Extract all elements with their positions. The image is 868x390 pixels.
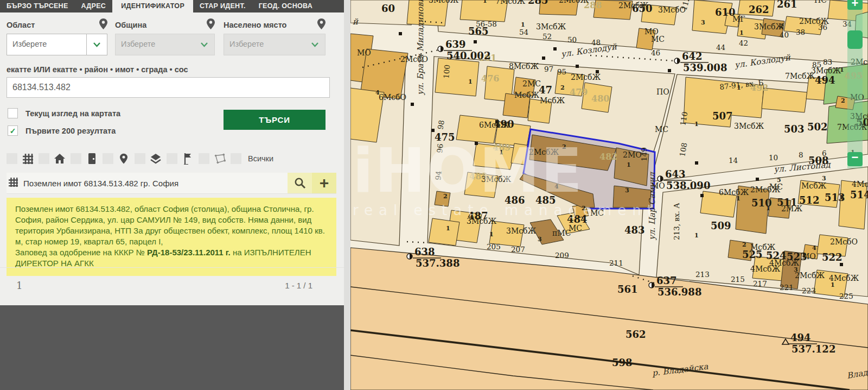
search-button[interactable]: ТЪРСИ <box>224 110 326 130</box>
svg-text:50: 50 <box>567 35 577 44</box>
naseleno-select-value: Изберете <box>224 34 305 55</box>
pin-icon <box>317 18 326 29</box>
zoom-in-button[interactable]: + <box>847 0 863 10</box>
svg-text:537.388: 537.388 <box>416 257 459 269</box>
svg-text:МО: МО <box>802 252 816 261</box>
svg-text:60: 60 <box>381 3 395 14</box>
svg-text:215: 215 <box>731 275 745 284</box>
zoom-slider-handle[interactable] <box>847 30 863 49</box>
svg-text:494: 494 <box>815 74 835 86</box>
zoom-out-button[interactable]: − <box>847 152 863 166</box>
result-row[interactable]: Поземлен имот 68134.513.482 гр. София + <box>7 173 336 194</box>
svg-text:1: 1 <box>483 0 487 4</box>
svg-text:2: 2 <box>742 241 746 248</box>
svg-text:211: 211 <box>609 259 623 267</box>
svg-text:639: 639 <box>445 39 466 50</box>
identifier-input[interactable] <box>7 77 330 98</box>
svg-text:42: 42 <box>739 39 748 47</box>
layer-checkbox[interactable] <box>7 153 17 164</box>
oblast-select[interactable]: Изберете <box>7 34 107 55</box>
zoom-slider-track[interactable] <box>847 0 863 168</box>
svg-text:МС: МС <box>655 125 668 134</box>
tab-identifier[interactable]: ИДЕНТИФИКАТОР <box>112 0 193 12</box>
svg-text:4: 4 <box>812 244 816 251</box>
svg-text:502: 502 <box>807 121 828 133</box>
svg-text:2МС: 2МС <box>522 79 541 88</box>
house-icon[interactable] <box>54 153 66 165</box>
svg-text:1: 1 <box>766 205 770 212</box>
obshtina-label: Община <box>115 21 146 29</box>
grid-icon[interactable] <box>22 153 34 165</box>
sidebar-scrollbar[interactable] <box>344 0 350 390</box>
current-view-checkbox[interactable] <box>8 108 18 118</box>
search-sidebar: БЪРЗО ТЪРСЕНЕ АДРЕС ИДЕНТИФИКАТОР СТАР И… <box>0 0 344 390</box>
result-add-button[interactable]: + <box>312 173 336 193</box>
svg-text:МО: МО <box>357 48 371 57</box>
svg-text:638: 638 <box>414 246 435 257</box>
svg-text:514: 514 <box>850 189 868 200</box>
current-view-label: Текущ изглед на картата <box>25 109 120 118</box>
layer-checkbox[interactable] <box>135 153 145 164</box>
layer-checkbox[interactable] <box>231 153 241 164</box>
obshtina-select[interactable]: Изберете <box>115 34 215 55</box>
tab-old-ident[interactable]: СТАР ИДЕНТ. <box>193 0 252 12</box>
svg-text:7МсбЖ: 7МсбЖ <box>495 0 526 5</box>
svg-text:97: 97 <box>544 65 553 73</box>
chevron-down-icon <box>311 42 318 47</box>
svg-text:537.122: 537.122 <box>792 343 835 355</box>
first200-checkbox[interactable]: ✓ <box>8 125 18 136</box>
result-range: 1 - 1 / 1 <box>285 281 312 290</box>
layers-icon[interactable] <box>150 153 162 165</box>
svg-text:3: 3 <box>794 266 798 273</box>
svg-text:2МЖ: 2МЖ <box>781 204 802 213</box>
grid-icon <box>9 178 18 189</box>
svg-text:2МсбЖ: 2МсбЖ <box>571 73 601 81</box>
svg-text:538.090: 538.090 <box>666 180 710 191</box>
building-icon[interactable] <box>86 153 98 165</box>
svg-text:3: 3 <box>625 187 629 194</box>
svg-text:4МсбЖ: 4МсбЖ <box>852 180 868 188</box>
svg-text:МсбЖ: МсбЖ <box>540 96 565 105</box>
svg-text:479: 479 <box>570 87 588 97</box>
layer-checkbox[interactable] <box>103 153 113 164</box>
pin-icon <box>207 18 215 29</box>
layer-checkbox[interactable] <box>167 153 177 164</box>
svg-text:1: 1 <box>627 161 631 168</box>
svg-text:6МсбО: 6МсбО <box>379 93 406 102</box>
layer-checkbox[interactable] <box>71 153 81 164</box>
svg-text:МС: МС <box>569 224 582 232</box>
svg-text:1: 1 <box>737 84 741 91</box>
svg-text:3: 3 <box>538 236 542 243</box>
svg-text:561: 561 <box>617 284 638 295</box>
svg-text:94: 94 <box>433 171 443 181</box>
result-zoom-to-button[interactable] <box>288 173 312 193</box>
page-number[interactable]: 1 <box>16 280 22 291</box>
map-viewport[interactable]: 476479480482488489492495101288ул. Козлод… <box>350 0 868 390</box>
svg-text:261: 261 <box>777 0 797 10</box>
svg-text:1: 1 <box>521 21 525 28</box>
svg-text:2МсбО: 2МсбО <box>400 55 428 64</box>
svg-text:483: 483 <box>624 224 645 236</box>
svg-text:44: 44 <box>716 43 725 52</box>
polygon-icon[interactable] <box>214 153 226 165</box>
layer-checkbox[interactable] <box>39 153 49 164</box>
svg-text:509: 509 <box>711 220 731 231</box>
svg-text:2: 2 <box>841 97 845 104</box>
layer-checkbox[interactable] <box>199 153 209 164</box>
naseleno-select[interactable]: Изберете <box>224 34 326 55</box>
tab-address[interactable]: АДРЕС <box>75 0 113 12</box>
map-canvas[interactable]: 476479480482488489492495101288ул. Козлод… <box>350 0 868 390</box>
tab-geod-base[interactable]: ГЕОД. ОСНОВА <box>252 0 319 12</box>
svg-text:4МсбЖ: 4МсбЖ <box>750 265 781 273</box>
svg-text:2: 2 <box>582 205 586 212</box>
svg-text:209: 209 <box>555 251 569 260</box>
svg-text:МГ: МГ <box>732 15 745 23</box>
parcel-info-box: Поземлен имот 68134.513.482, област Софи… <box>7 198 336 276</box>
svg-text:6МсбЖ: 6МсбЖ <box>479 121 509 129</box>
svg-text:3МсбЖ: 3МсбЖ <box>536 22 566 31</box>
search-icon <box>294 177 306 189</box>
pin-icon[interactable] <box>118 153 130 165</box>
oblast-select-value: Изберете <box>7 34 86 55</box>
tab-quick-search[interactable]: БЪРЗО ТЪРСЕНЕ <box>0 0 75 12</box>
flag-icon[interactable] <box>182 153 194 165</box>
